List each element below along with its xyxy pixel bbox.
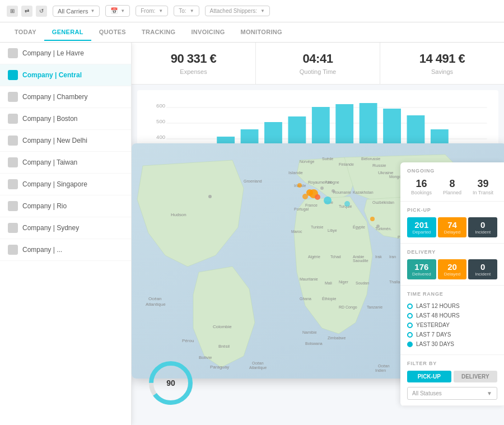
- status-select[interactable]: All Statuses ▼: [407, 387, 497, 400]
- svg-text:Iran: Iran: [389, 255, 396, 259]
- svg-text:Finlande: Finlande: [339, 162, 354, 166]
- svg-text:Atlantique: Atlantique: [249, 366, 267, 370]
- arrows-icon[interactable]: ⇄: [21, 6, 32, 17]
- savings-value: 14 491 €: [391, 52, 493, 66]
- company-icon: [8, 157, 18, 167]
- svg-text:Suède: Suède: [322, 157, 333, 161]
- pickup-incident: 0 Incident: [468, 217, 497, 237]
- tab-quotes[interactable]: QUOTES: [91, 24, 134, 41]
- svg-point-113: [320, 186, 324, 190]
- ongoing-intransit: 39 In Transit: [469, 178, 497, 195]
- calendar-filter[interactable]: 📅 ▼: [105, 5, 130, 17]
- to-label: To:: [179, 8, 186, 14]
- svg-text:Libye: Libye: [328, 228, 337, 233]
- svg-text:Saoudite: Saoudite: [353, 259, 368, 263]
- intransit-label: In Transit: [469, 190, 497, 195]
- delivery-delivered: 176 Delivered: [407, 259, 436, 279]
- sidebar-item-central[interactable]: Company | Central: [0, 64, 131, 86]
- sidebar-item-more[interactable]: Company | ...: [0, 239, 131, 261]
- status-arrow: ▼: [487, 390, 492, 396]
- filter-pickup-btn[interactable]: PICK-UP: [407, 371, 451, 382]
- tab-invoicing[interactable]: INVOICING: [183, 24, 232, 41]
- delivery-delayed: 20 Delayed: [438, 259, 467, 279]
- svg-text:Brésil: Brésil: [218, 344, 230, 349]
- sidebar-item-lehavre[interactable]: Company | Le Havre: [0, 43, 131, 64]
- ongoing-section: ONGOING 16 Bookings 8 Planned 39 In Tran…: [400, 162, 504, 202]
- svg-text:400: 400: [156, 134, 165, 140]
- shippers-label: Attached Shippers:: [210, 8, 258, 14]
- company-icon: [8, 179, 18, 189]
- from-arrow: ▼: [158, 8, 163, 13]
- time-range-dot: [407, 303, 413, 309]
- refresh-icon[interactable]: ↺: [36, 6, 47, 17]
- from-filter[interactable]: From: ▼: [136, 6, 168, 16]
- filter-delivery-btn[interactable]: DELIVERY: [454, 371, 498, 382]
- time-range-30d[interactable]: LAST 30 DAYS: [407, 339, 497, 349]
- planned-value: 8: [438, 178, 466, 190]
- shippers-arrow: ▼: [260, 8, 265, 13]
- donut-chart: 90: [146, 358, 196, 408]
- delivery-title: DELIVERY: [407, 249, 497, 255]
- pickup-delayed-label: Delayed: [440, 230, 465, 235]
- shippers-filter[interactable]: Attached Shippers: ▼: [205, 6, 270, 16]
- svg-text:Russie: Russie: [372, 163, 386, 168]
- delivery-delayed-label: Delayed: [440, 272, 465, 277]
- svg-point-107: [344, 201, 350, 207]
- svg-text:Éthiopie: Éthiopie: [322, 296, 336, 301]
- carriers-label: All Carriers: [58, 8, 88, 15]
- pickup-badges: 201 Departed 74 Delayed 0 Incident: [407, 217, 497, 237]
- expenses-value: 90 331 €: [143, 52, 244, 66]
- sidebar-item-label: Company | ...: [22, 246, 62, 254]
- stat-quoting: 04:41 Quoting Time: [256, 43, 380, 84]
- nav-tabs: TODAY GENERAL QUOTES TRACKING INVOICING …: [0, 22, 504, 43]
- time-range-label: LAST 30 DAYS: [416, 341, 454, 347]
- tab-tracking[interactable]: TRACKING: [134, 24, 183, 41]
- grid-icon[interactable]: ⊞: [7, 6, 18, 17]
- svg-text:Pérou: Pérou: [182, 338, 194, 343]
- sidebar-item-newdelhi[interactable]: Company | New Delhi: [0, 130, 131, 152]
- sidebar: Company | Le Havre Company | Central Com…: [0, 43, 132, 425]
- sidebar-item-rio[interactable]: Company | Rio: [0, 195, 131, 217]
- pickup-delayed: 74 Delayed: [438, 217, 467, 237]
- delivery-badges: 176 Delivered 20 Delayed 0 Incident: [407, 259, 497, 279]
- sidebar-item-label: Company | Sydney: [22, 224, 79, 232]
- svg-text:Paraguay: Paraguay: [210, 365, 229, 370]
- svg-text:Botswana: Botswana: [305, 342, 323, 345]
- ongoing-bookings: 16 Bookings: [407, 178, 436, 195]
- sidebar-item-sydney[interactable]: Company | Sydney: [0, 217, 131, 239]
- filter-by-section: FILTER BY PICK-UP DELIVERY All Statuses …: [400, 355, 504, 406]
- ongoing-planned: 8 Planned: [438, 178, 466, 195]
- tab-today[interactable]: TODAY: [7, 24, 44, 41]
- svg-point-115: [376, 225, 380, 228]
- tab-monitoring[interactable]: MONITORING: [233, 24, 290, 41]
- time-range-yesterday[interactable]: YESTERDAY: [407, 320, 497, 330]
- sidebar-item-chambery[interactable]: Company | Chambery: [0, 86, 131, 108]
- svg-text:Mauritanie: Mauritanie: [300, 277, 318, 281]
- svg-text:500: 500: [156, 119, 165, 124]
- sidebar-item-label: Company | Le Havre: [22, 49, 84, 57]
- time-range-48h[interactable]: LAST 48 HOURS: [407, 311, 497, 320]
- ongoing-title: ONGOING: [407, 168, 497, 174]
- sidebar-item-boston[interactable]: Company | Boston: [0, 108, 131, 130]
- stats-row: 90 331 € Expenses 04:41 Quoting Time 14 …: [132, 43, 504, 85]
- svg-point-105: [297, 183, 302, 188]
- right-panel: ONGOING 16 Bookings 8 Planned 39 In Tran…: [400, 162, 504, 406]
- svg-text:600: 600: [156, 103, 165, 109]
- delivery-section: DELIVERY 176 Delivered 20 Delayed 0 Inci…: [400, 244, 504, 286]
- svg-text:Norvège: Norvège: [300, 160, 315, 164]
- time-range-dot-selected: [407, 342, 413, 347]
- tab-general[interactable]: GENERAL: [44, 24, 91, 41]
- sidebar-item-taiwan[interactable]: Company | Taiwan: [0, 152, 131, 174]
- carriers-filter[interactable]: All Carriers ▼: [53, 6, 100, 17]
- time-range-7d[interactable]: LAST 7 DAYS: [407, 330, 497, 339]
- svg-text:Égypte: Égypte: [353, 225, 365, 230]
- svg-text:Océan: Océan: [252, 361, 264, 365]
- time-range-12h[interactable]: LAST 12 HOURS: [407, 301, 497, 311]
- departed-value: 201: [409, 220, 434, 230]
- svg-point-112: [208, 195, 212, 198]
- to-filter[interactable]: To: ▼: [174, 6, 199, 16]
- sidebar-item-singapore[interactable]: Company | Singapore: [0, 174, 131, 195]
- departed-label: Departed: [409, 230, 434, 235]
- company-icon: [8, 223, 18, 233]
- svg-text:Islande: Islande: [288, 170, 303, 175]
